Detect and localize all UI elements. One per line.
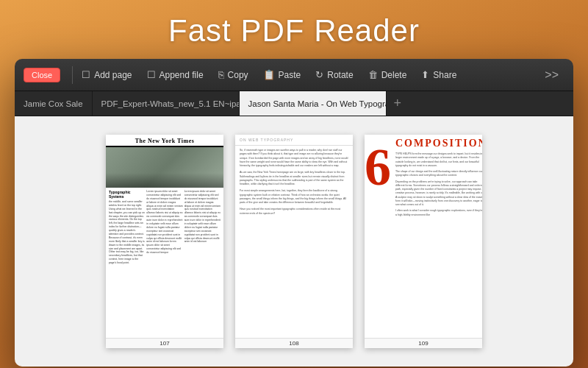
paste-icon: 📋 bbox=[263, 69, 275, 80]
nyt-col-1: Typographic Systems the middle, and some… bbox=[109, 190, 145, 311]
pdf-page-109: 6 COMPOSITION TYPE HELPS form the messag… bbox=[365, 135, 482, 348]
comp-content: COMPOSITION TYPE HELPS form the message … bbox=[391, 135, 482, 341]
share-button[interactable]: ⬆ Share bbox=[414, 66, 464, 83]
page-number-107: 107 bbox=[106, 338, 223, 348]
typo-body-108: So, if mammoth type or images are surefi… bbox=[235, 146, 353, 322]
tab-pdf-expert[interactable]: PDF_Expert-Whats_new_5.1 EN~ipad ✕ bbox=[93, 91, 240, 116]
nyt-image-overlay bbox=[106, 173, 223, 188]
nyt-columns: Typographic Systems the middle, and some… bbox=[106, 188, 223, 313]
page-number-109: 109 bbox=[365, 338, 482, 348]
toolbar: Close ☐ Add page ☐ Append file ⎘ Copy 📋 … bbox=[15, 59, 573, 91]
tab-bar: Jamie Cox Sale PDF_Expert-Whats_new_5.1 … bbox=[15, 91, 573, 116]
copy-icon: ⎘ bbox=[218, 69, 224, 80]
tab-jamie-cox[interactable]: Jamie Cox Sale bbox=[15, 91, 93, 116]
tab-jason-santa-maria[interactable]: Jason Santa Maria - On Web Typogra... ✕ bbox=[240, 91, 387, 116]
comp-chapter-num-area: 6 bbox=[365, 135, 391, 341]
copy-button[interactable]: ⎘ Copy bbox=[211, 66, 256, 83]
pdf-page-107: The New York Times Typographic Systems t… bbox=[106, 135, 223, 348]
paste-button[interactable]: 📋 Paste bbox=[256, 66, 309, 83]
nyt-title: The New York Times bbox=[110, 138, 219, 144]
rotate-button[interactable]: ↻ Rotate bbox=[308, 66, 360, 83]
composition-page: 6 COMPOSITION TYPE HELPS form the messag… bbox=[365, 135, 482, 341]
rotate-icon: ↻ bbox=[315, 69, 323, 80]
append-file-button[interactable]: ☐ Append file bbox=[140, 66, 211, 83]
page-number-108: 108 bbox=[235, 338, 353, 348]
add-tab-button[interactable]: + bbox=[387, 91, 409, 116]
share-icon: ⬆ bbox=[421, 69, 429, 80]
composition-title: COMPOSITION bbox=[395, 138, 482, 149]
nyt-col-3: Lorem ipsum dolor sit amet consectetur a… bbox=[184, 190, 220, 311]
add-page-button[interactable]: ☐ Add page bbox=[74, 66, 139, 83]
typo-header-108: ON WEB TYPOGRAPHY bbox=[235, 135, 353, 146]
app-title: Fast PDF Reader bbox=[0, 0, 588, 59]
main-window: Close ☐ Add page ☐ Append file ⎘ Copy 📋 … bbox=[15, 59, 573, 367]
append-file-icon: ☐ bbox=[147, 69, 156, 80]
delete-icon: 🗑 bbox=[368, 69, 378, 80]
composition-body: TYPE HELPS form the message our designs … bbox=[395, 152, 482, 219]
close-button[interactable]: Close bbox=[24, 68, 60, 82]
nyt-col-2: Lorem ipsum dolor sit amet consectetur a… bbox=[146, 190, 182, 311]
nyt-header: The New York Times bbox=[106, 135, 223, 147]
nyt-image bbox=[106, 147, 223, 188]
delete-button[interactable]: 🗑 Delete bbox=[361, 66, 415, 83]
add-page-icon: ☐ bbox=[82, 69, 90, 80]
pdf-page-108: ON WEB TYPOGRAPHY So, if mammoth type or… bbox=[235, 135, 353, 348]
toolbar-separator-1 bbox=[72, 66, 73, 84]
more-button[interactable]: >> bbox=[539, 66, 564, 85]
pdf-content-area: The New York Times Typographic Systems t… bbox=[15, 116, 573, 367]
chapter-number: 6 bbox=[365, 141, 391, 194]
